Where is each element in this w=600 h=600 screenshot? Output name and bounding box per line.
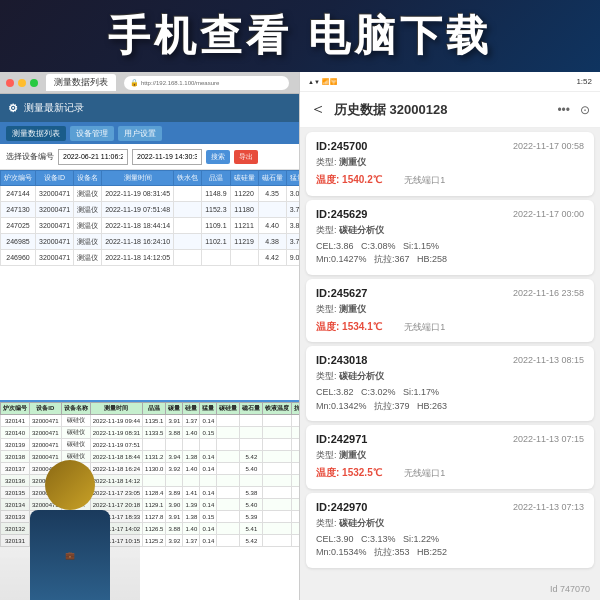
card-type-label: 类型: 碳硅分析仪	[316, 370, 384, 383]
sheet-cell	[263, 463, 292, 475]
pc-nav: 测量数据列表 设备管理 用户设置	[0, 122, 299, 144]
browser-url[interactable]: 🔒 http://192.168.1.100/measure	[124, 76, 289, 90]
sheet-cell: 5.42	[240, 535, 263, 547]
sheet-cell	[217, 475, 240, 487]
nav-btn-1[interactable]: 设备管理	[70, 126, 114, 141]
nav-btn-2[interactable]: 用户设置	[118, 126, 162, 141]
sheet-cell	[263, 475, 292, 487]
table-cell: 测温仪	[74, 218, 102, 234]
export-button[interactable]: 导出	[234, 150, 258, 164]
sheet-cell	[263, 523, 292, 535]
list-item[interactable]: ID:245700 2022-11-17 00:58 类型: 测重仪 温度: 1…	[306, 132, 594, 196]
pc-table-header: 品温	[202, 171, 230, 186]
card-id: ID:243018	[316, 354, 367, 366]
sheet-cell: 0.14	[200, 463, 217, 475]
sheet-cell: 0.14	[200, 523, 217, 535]
list-item[interactable]: ID:245627 2022-11-16 23:58 类型: 测重仪 温度: 1…	[306, 279, 594, 343]
sheet-cell	[183, 439, 200, 451]
sheet-cell: 3.91	[166, 511, 183, 523]
card-id: ID:245627	[316, 287, 367, 299]
sheet-cell	[263, 487, 292, 499]
table-cell	[174, 234, 202, 250]
back-button[interactable]: ＜	[310, 99, 326, 120]
app-header-title: 测量最新记录	[24, 101, 84, 115]
table-cell	[230, 250, 258, 266]
card-type-label: 类型: 测重仪	[316, 156, 366, 169]
card-id: ID:242971	[316, 433, 367, 445]
sheet-cell: 5.40	[240, 463, 263, 475]
card-temp: 温度: 1532.5℃	[316, 467, 382, 478]
sheet-cell: 1.40	[183, 523, 200, 535]
toolbar-date-from[interactable]	[58, 149, 128, 165]
sheet-cell: 320141	[1, 415, 30, 427]
list-item[interactable]: ID:245629 2022-11-17 00:00 类型: 碳硅分析仪 CEL…	[306, 200, 594, 275]
sheet-cell: 1125.2	[143, 535, 166, 547]
sheet-cell	[240, 475, 263, 487]
table-cell: 2022-11-19 07:51:48	[102, 202, 174, 218]
table-cell	[174, 218, 202, 234]
table-cell: 11219	[230, 234, 258, 250]
sheet-cell: 5.42	[240, 451, 263, 463]
pc-table-header: 磁石量	[258, 171, 286, 186]
sheet-cell	[200, 439, 217, 451]
sheet-header: 抗拉强度	[292, 403, 300, 415]
more-icon[interactable]: •••	[557, 103, 570, 117]
status-left: ▲▼ 📶 🛜	[308, 77, 337, 86]
list-item[interactable]: ID:242970 2022-11-13 07:13 类型: 碳硅分析仪 CEL…	[306, 493, 594, 568]
sheet-cell	[263, 499, 292, 511]
table-row: 24702532000471测温仪2022-11-18 18:44:141109…	[1, 218, 300, 234]
sheet-header: 猛量	[200, 403, 217, 415]
card-mn: Mn:0.1427% 抗拉:367 HB:258	[316, 254, 447, 264]
person-overlay: 💼	[0, 440, 140, 600]
table-cell	[202, 250, 230, 266]
card-date: 2022-11-17 00:58	[513, 141, 584, 151]
table-cell: 32000471	[36, 250, 74, 266]
settings-icon[interactable]: ⊙	[580, 103, 590, 117]
table-cell: 246985	[1, 234, 36, 250]
table-row: 24696032000471测温仪2022-11-18 14:12:054.42…	[1, 250, 300, 266]
max-dot[interactable]	[30, 79, 38, 87]
left-panel: 测量数据列表 🔒 http://192.168.1.100/measure ⚙ …	[0, 72, 300, 600]
pc-table-header: 设备名	[74, 171, 102, 186]
card-date: 2022-11-17 00:00	[513, 209, 584, 219]
card-cel: CEL:3.82 C:3.02% Si:1.17%	[316, 387, 439, 397]
sheet-row: 32014132000471碳硅仪2022-11-19 09:441135.13…	[1, 415, 301, 427]
mobile-header: ＜ 历史数据 32000128 ••• ⊙	[300, 92, 600, 128]
right-panel: ▲▼ 📶 🛜 1:52 ＜ 历史数据 32000128 ••• ⊙ ID:245…	[300, 72, 600, 600]
table-cell: 32000471	[36, 202, 74, 218]
close-dot[interactable]	[6, 79, 14, 87]
table-cell: 1102.1	[202, 234, 230, 250]
pc-table-header: 炉次编号	[1, 171, 36, 186]
sheet-header: 铁液温度	[263, 403, 292, 415]
sheet-cell: 1.40	[183, 427, 200, 439]
table-cell: 2022-11-18 18:44:14	[102, 218, 174, 234]
card-date: 2022-11-16 23:58	[513, 288, 584, 298]
sheet-cell: 1131.2	[143, 451, 166, 463]
bottom-id: Id 747070	[550, 584, 590, 594]
sheet-cell	[292, 439, 300, 451]
sheet-cell: 1.39	[183, 499, 200, 511]
search-button[interactable]: 搜索	[206, 150, 230, 164]
sheet-cell: 3.88	[166, 523, 183, 535]
pc-app-header: ⚙ 测量最新记录	[0, 94, 299, 122]
sheet-cell	[263, 415, 292, 427]
sheet-cell	[240, 439, 263, 451]
min-dot[interactable]	[18, 79, 26, 87]
pc-table-header: 测量时间	[102, 171, 174, 186]
sheet-cell	[217, 511, 240, 523]
list-item[interactable]: ID:243018 2022-11-13 08:15 类型: 碳硅分析仪 CEL…	[306, 346, 594, 421]
table-cell: 1109.1	[202, 218, 230, 234]
sheet-cell: 32000471	[30, 415, 62, 427]
list-item[interactable]: ID:242971 2022-11-13 07:15 类型: 测重仪 温度: 1…	[306, 425, 594, 489]
table-cell: 测温仪	[74, 250, 102, 266]
banner-text: 手机查看 电脑下载	[108, 8, 492, 64]
toolbar-date-to[interactable]	[132, 149, 202, 165]
table-cell: 4.35	[258, 186, 286, 202]
table-cell: 测温仪	[74, 186, 102, 202]
nav-btn-0[interactable]: 测量数据列表	[6, 126, 66, 141]
pc-table-header: 猛量	[286, 171, 299, 186]
browser-tab[interactable]: 测量数据列表	[46, 74, 116, 91]
mobile-header-actions: ••• ⊙	[557, 103, 590, 117]
card-type-label: 类型: 碳硅分析仪	[316, 224, 384, 237]
sheet-cell	[292, 511, 300, 523]
